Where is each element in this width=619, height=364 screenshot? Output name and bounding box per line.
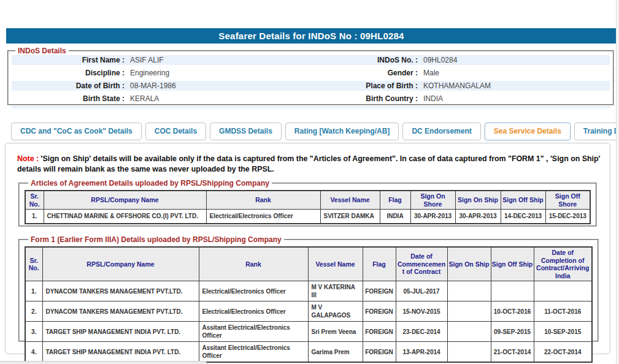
column-header-date-commencement: Date of Commencement of Contract xyxy=(396,247,447,281)
field-label-discipline: Discipline : xyxy=(12,68,125,78)
cell-sign-on-ship xyxy=(447,301,491,322)
cell-date-commencement: 15-NOV-2015 xyxy=(396,301,447,322)
cell-flag: INDIA xyxy=(380,210,410,224)
agreement-table-row: 1. CHETTINAD MARINE & OFFSHORE CO.(I) PV… xyxy=(25,210,590,224)
indos-row-birth: Date of Birth : 08-MAR-1986 Place of Bir… xyxy=(12,81,610,91)
cell-date-completion: 22-OCT-2014 xyxy=(534,342,592,363)
cell-rank: Electrical/Electronics Officer xyxy=(199,281,308,301)
field-value-first-name: ASIF ALIF xyxy=(130,55,299,65)
field-label-birth-state: Birth State : xyxy=(12,94,125,104)
tab-rating-watch-keeping-ab[interactable]: Rating [Watch Keeping/AB] xyxy=(285,123,399,140)
cell-vessel: Garima Prem xyxy=(308,342,363,363)
tab-gmdss-details[interactable]: GMDSS Details xyxy=(210,123,282,140)
cell-company: TARGET SHIP MANAGEMENT INDIA PVT. LTD. xyxy=(42,322,199,342)
indos-row-discipline: Discipline : Engineering Gender : Male xyxy=(12,68,610,78)
column-header-sign-on-shore: Sign On Shore xyxy=(410,191,455,210)
tab-coc-details[interactable]: COC Details xyxy=(145,123,206,140)
column-header-sign-off-ship: Sign Off Ship xyxy=(501,191,545,210)
agreement-fieldset: Articles of Agreement Details uploaded b… xyxy=(18,179,597,227)
form1-table-row: 2. DYNACOM TANKERS MANAGEMENT PVT.LTD. E… xyxy=(25,301,592,322)
field-label-birth-country: Birth Country : xyxy=(304,94,418,104)
cell-sr-no: 1. xyxy=(25,210,44,224)
agreement-table: Sr. No. RPSL/Company Name Rank Vessel Na… xyxy=(25,190,591,224)
page-right-edge xyxy=(616,0,619,364)
field-value-birth-country: INDIA xyxy=(423,94,610,104)
cell-vessel: SVITZER DAMKA xyxy=(320,210,380,224)
cell-sr-no: 3. xyxy=(25,322,42,342)
column-header-vessel-name: Vessel Name xyxy=(308,247,363,281)
bottom-popup-fragment xyxy=(0,361,209,364)
tab-training-details[interactable]: Training Details xyxy=(574,123,619,140)
agreement-legend: Articles of Agreement Details uploaded b… xyxy=(28,179,272,188)
column-header-rank: Rank xyxy=(206,191,320,210)
column-header-sign-on-ship: Sign On Ship xyxy=(455,191,501,210)
cell-sign-off-ship: 21-OCT-2014 xyxy=(491,342,534,363)
cell-vessel: M V KATERINA III xyxy=(308,281,363,301)
cell-flag: FOREIGN xyxy=(363,281,396,301)
cell-date-completion xyxy=(534,281,592,301)
field-value-gender: Male xyxy=(423,68,610,78)
form1-table-row: 4. TARGET SHIP MANAGEMENT INDIA PVT. LTD… xyxy=(25,342,592,363)
column-header-sign-off-shore: Sign Off Shore xyxy=(545,191,590,210)
cell-date-commencement: 05-JUL-2017 xyxy=(396,281,447,301)
page-title-bar: Seafarer Details for INDoS No : 09HL0284 xyxy=(6,28,617,44)
column-header-vessel-name: Vessel Name xyxy=(320,191,380,210)
agreement-header-row: Sr. No. RPSL/Company Name Rank Vessel Na… xyxy=(25,191,590,210)
cell-company: TARGET SHIP MANAGEMENT INDIA PVT. LTD. xyxy=(42,342,199,363)
form1-table: Sr. No. RPSL/Company Name Rank Vessel Na… xyxy=(25,246,593,363)
field-value-dob: 08-MAR-1986 xyxy=(130,81,299,91)
cell-date-commencement: 13-APR-2014 xyxy=(396,342,447,363)
cell-sign-on-ship xyxy=(447,322,491,342)
tab-sea-service-details[interactable]: Sea Service Details xyxy=(485,123,571,140)
column-header-sr-no: Sr. No. xyxy=(25,247,42,281)
cell-sign-off-ship: 14-DEC-2013 xyxy=(501,210,545,224)
field-label-indos-no: INDoS No. : xyxy=(304,55,418,65)
cell-flag: FOREIGN xyxy=(363,322,396,342)
cell-sr-no: 4. xyxy=(25,342,42,363)
column-header-rpsl-company: RPSL/Company Name xyxy=(44,191,206,210)
cell-sign-off-ship: 09-SEP-2015 xyxy=(491,322,534,342)
cell-date-completion: 10-SEP-2015 xyxy=(534,322,592,342)
field-value-pob: KOTHAMANGALAM xyxy=(423,81,610,91)
note-prefix: Note : xyxy=(17,154,39,163)
cell-company: DYNACOM TANKERS MANAGEMENT PVT.LTD. xyxy=(42,301,199,322)
note-text: Note : 'Sign on Ship' details will be av… xyxy=(17,154,608,175)
cell-sign-on-ship xyxy=(447,281,491,301)
cell-rank: Assitant Electrical/Electronics Officer xyxy=(199,322,308,342)
cell-flag: FOREIGN xyxy=(363,342,396,363)
field-label-pob: Place of Birth : xyxy=(304,81,418,91)
cell-vessel: M V GALAPAGOS xyxy=(308,301,363,322)
column-header-rank: Rank xyxy=(199,247,308,281)
column-header-sign-on-ship: Sign On Ship xyxy=(447,247,491,281)
indos-row-name: First Name : ASIF ALIF INDoS No. : 09HL0… xyxy=(12,55,610,65)
form1-table-row: 3. TARGET SHIP MANAGEMENT INDIA PVT. LTD… xyxy=(25,322,592,342)
form1-fieldset: Form 1 (Earlier Form IIIA) Details uploa… xyxy=(18,235,599,342)
indos-details-legend: INDoS Details xyxy=(15,47,69,55)
tab-strip: CDC and "CoC as Cook" Details COC Detail… xyxy=(11,123,619,140)
page-title: Seafarer Details for INDoS No : 09HL0284 xyxy=(218,31,404,41)
form1-legend: Form 1 (Earlier Form IIIA) Details uploa… xyxy=(28,235,284,244)
column-header-date-completion: Date of Completion of Contract/Arriving … xyxy=(534,247,592,281)
column-header-sr-no: Sr. No. xyxy=(25,191,44,210)
cell-flag: FOREIGN xyxy=(363,301,396,322)
field-value-indos-no: 09HL0284 xyxy=(423,55,610,65)
cell-rank: Assitant Electrical/Electronics Officer xyxy=(199,342,308,363)
cell-company: CHETTINAD MARINE & OFFSHORE CO.(I) PVT. … xyxy=(44,210,206,224)
form1-table-row: 1. DYNACOM TANKERS MANAGEMENT PVT.LTD. E… xyxy=(25,281,592,301)
note-body: 'Sign on Ship' details will be available… xyxy=(17,154,601,173)
cell-rank: Electrical/Electronics Officer xyxy=(199,301,308,322)
tab-dc-endorsement[interactable]: DC Endorsement xyxy=(402,123,480,140)
indos-row-state: Birth State : KERALA Birth Country : IND… xyxy=(12,94,610,104)
cell-sign-on-ship xyxy=(447,342,491,363)
cell-rank: Electrical/Electronics Officer xyxy=(206,210,320,224)
cell-sign-off-ship xyxy=(491,281,534,301)
field-value-discipline: Engineering xyxy=(130,68,299,78)
field-label-dob: Date of Birth : xyxy=(12,81,125,91)
cell-company: DYNACOM TANKERS MANAGEMENT PVT.LTD. xyxy=(42,281,199,301)
cell-date-completion: 11-OCT-2016 xyxy=(534,301,592,322)
tab-cdc-coc-cook-details[interactable]: CDC and "CoC as Cook" Details xyxy=(11,123,142,140)
cell-sr-no: 2. xyxy=(25,301,42,322)
cell-date-commencement: 23-DEC-2014 xyxy=(396,322,447,342)
column-header-flag: Flag xyxy=(380,191,410,210)
column-header-sign-off-ship: Sign Off Ship xyxy=(491,247,534,281)
